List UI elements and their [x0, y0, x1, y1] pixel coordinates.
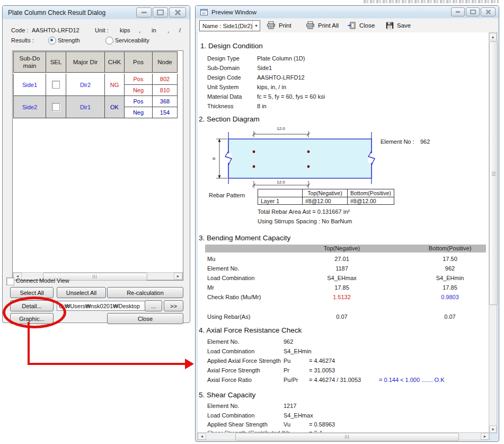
col-header-pos[interactable]: Pos — [125, 51, 153, 73]
col-header-chk[interactable]: CHK — [105, 51, 125, 73]
sel-cell — [46, 96, 66, 118]
check-ratio-bottom: 0.9803 — [441, 294, 459, 300]
section-5-title: 5. Shear Capacity — [199, 391, 255, 399]
check-ratio-top: 1.5132 — [333, 294, 351, 300]
bending-col2: Bottom(Positive) — [429, 245, 472, 251]
toolbar-close-button[interactable]: Close — [347, 20, 375, 30]
section-1-title: 1. Design Condition — [200, 42, 263, 50]
serviceability-radio-label: Serviceability — [115, 37, 149, 43]
expand-button[interactable]: >> — [164, 300, 183, 311]
preview-hscroll-thumb[interactable] — [235, 433, 459, 441]
kv-label: Unit System — [207, 84, 238, 90]
scroll-right-icon[interactable]: ► — [174, 273, 182, 280]
browse-button[interactable]: ... — [145, 300, 162, 311]
chk-cell: OK — [105, 96, 125, 118]
recalculation-button[interactable]: Re-calculation — [107, 287, 183, 298]
scroll-up-icon[interactable]: ▲ — [489, 33, 497, 40]
node-cell: 154 — [153, 107, 178, 118]
preview-close-button[interactable] — [481, 7, 496, 16]
row-label: Mr — [207, 284, 214, 291]
row-label: Element No. — [207, 265, 240, 272]
scroll-left-icon[interactable]: ◄ — [198, 433, 206, 440]
preview-vscroll-track[interactable] — [489, 40, 497, 425]
name-combo[interactable]: Name : Side1(Dir2) ▼ — [199, 20, 260, 31]
print-button[interactable]: Print — [267, 20, 291, 30]
preview-minimize-button[interactable] — [451, 7, 465, 16]
close-icon — [175, 10, 181, 15]
preview-window: Preview Window Name : Side1(Dir2) ▼ Prin… — [195, 5, 499, 442]
code-value: AASHTO-LRFD12 — [32, 27, 79, 33]
annotation-arrow-horizontal — [28, 363, 185, 365]
section-diagram: 12.0 12.0 8 — [210, 121, 385, 191]
col-header-node[interactable]: Node — [153, 51, 178, 73]
dialog-title: Plate Column Check Result Dialog — [8, 9, 105, 16]
col-header-major-dir[interactable]: Major Dir — [66, 51, 105, 73]
preview-hscroll-track[interactable] — [206, 433, 481, 440]
rebar-bottom-value: #8@12.00 — [348, 197, 394, 205]
node-cell: 810 — [153, 85, 178, 96]
chevron-down-icon[interactable]: ▼ — [252, 21, 260, 31]
row-sym: 1217 — [284, 403, 296, 409]
preview-vscrollbar[interactable]: ▲ ▼ — [489, 32, 497, 433]
total-rebar-area: Total Rebar Area Ast = 0.131667 in² — [258, 208, 350, 215]
element-no-label: Element No : — [381, 138, 414, 145]
dim-top-label: 12.0 — [277, 126, 285, 131]
unit-per: / — [179, 27, 181, 33]
top-neg-value: 17.85 — [334, 284, 349, 291]
pos-cell: Neg — [125, 107, 153, 118]
dialog-close-button[interactable]: Close — [107, 313, 183, 324]
row-sym: 962 — [284, 338, 293, 345]
preview-vscroll-thumb[interactable] — [489, 41, 498, 305]
kv-label: Design Code — [207, 74, 241, 81]
major-dir-cell: Dir1 — [66, 96, 105, 118]
minimize-button[interactable] — [136, 7, 152, 18]
col-header-sel[interactable]: SEL — [46, 51, 66, 73]
rebar-head-bottom: Bottom(Positive) — [348, 189, 394, 197]
table-row[interactable]: Side1 — [13, 74, 46, 96]
pos-cell: Pos — [125, 74, 153, 85]
output-path-input[interactable]: C:₩Users₩nsk0201₩Desktop — [57, 301, 146, 311]
unit-sep2: , — [167, 27, 169, 33]
unselect-all-button[interactable]: Unselect All — [57, 287, 106, 298]
row-sym: Pr — [284, 367, 289, 373]
kv-value: Side1 — [257, 65, 272, 71]
row-value: = 4.46274 — [309, 358, 335, 364]
row1-select-checkbox[interactable] — [52, 81, 60, 89]
col-header-subdomain[interactable]: Sub-Do main — [13, 51, 46, 73]
strength-radio[interactable] — [48, 37, 56, 45]
save-label: Save — [397, 22, 411, 29]
row-value: = 4.46274 / 31.0053 — [309, 377, 361, 383]
preview-maximize-button[interactable] — [466, 7, 480, 16]
unit-sep1: , — [139, 27, 140, 33]
save-button[interactable]: Save — [386, 20, 411, 30]
serviceability-radio[interactable] — [105, 37, 113, 45]
row-sym: Pu — [284, 358, 290, 364]
bending-table-header: Top(Negative) Bottom(Positive) — [205, 245, 486, 253]
preview-hscrollbar[interactable]: ◄ ► — [197, 432, 490, 440]
result-table: Sub-Do main SEL Major Dir CHK Pos Node S… — [13, 51, 178, 118]
bottom-pos-value: 17.85 — [443, 284, 457, 291]
element-no-value: 962 — [420, 138, 430, 145]
row-label: Element No. — [207, 403, 240, 409]
row-value: = 0.58963 — [309, 421, 335, 428]
maximize-button[interactable] — [153, 7, 168, 18]
rebar-pattern-label: Rebar Pattern — [209, 192, 245, 198]
unit-label: Unit : — [95, 27, 109, 33]
node-cell: 368 — [153, 96, 178, 107]
print-label: Print — [279, 22, 291, 29]
kv-value: 8 in — [257, 103, 267, 109]
row-label: Applied Shear Strength — [207, 421, 268, 428]
row2-select-checkbox[interactable] — [52, 103, 60, 111]
scroll-down-icon[interactable]: ▼ — [489, 425, 497, 433]
unit-length: in — [152, 27, 156, 33]
row-sym: S4_EHmax — [284, 412, 313, 419]
connect-model-view-checkbox[interactable] — [6, 277, 14, 285]
report-content[interactable]: 1. Design Condition Design TypePlate Col… — [198, 32, 490, 433]
top-neg-value: 0.07 — [336, 314, 347, 320]
name-combo-value: Name : Side1(Dir2) — [200, 23, 252, 29]
scroll-right-icon[interactable]: ► — [481, 433, 489, 440]
close-button[interactable] — [169, 7, 186, 18]
table-row[interactable]: Side2 — [13, 96, 46, 118]
print-all-button[interactable]: Print All — [306, 20, 339, 30]
unit-force: kips — [120, 27, 130, 33]
